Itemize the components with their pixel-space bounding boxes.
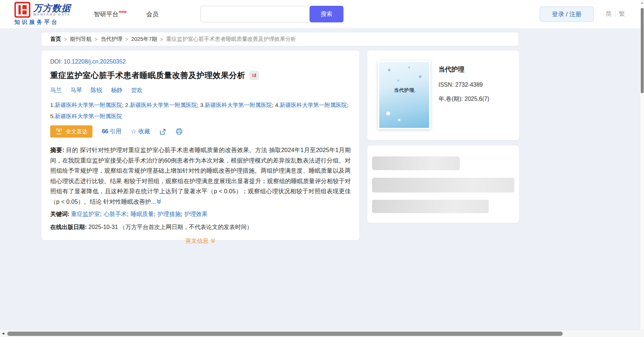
nav-item-zhiyan-platform[interactable]: 智研平台new <box>94 10 126 18</box>
search-button[interactable]: 搜索 <box>310 6 343 22</box>
issn-label: ISSN: <box>438 82 454 88</box>
brand-name-cn: 万方数据 <box>33 3 71 13</box>
article-title: 重症监护室心脏手术患者睡眠质量改善及护理效果分析 <box>50 70 245 81</box>
m-badge-icon[interactable]: M <box>250 71 259 80</box>
issn-value: 2732-4389 <box>455 82 483 88</box>
cite-quote-icon: 66 <box>102 128 108 135</box>
online-date-note: （万方平台首次上网日期，不代表论文的发表时间） <box>120 224 252 230</box>
abstract-label: 摘要: <box>50 147 64 153</box>
breadcrumb: 首页 > 期刊导航 > 当代护理 > 2025年7期 > 重症监护室心脏手术患者… <box>42 33 518 46</box>
affiliation-link[interactable]: 新疆医科大学第一附属医院 <box>280 102 347 108</box>
article-card: DOI: 10.12208/j.cn.20250352 重症监护室心脏手术患者睡… <box>42 51 359 240</box>
printer-icon <box>176 128 183 135</box>
author-link[interactable]: 马兰 <box>50 87 62 94</box>
abstract: 摘要: 目的 探讨针对性护理对重症监护室心脏手术患者睡眠质量的改善效果。方法 抽… <box>50 145 351 207</box>
journal-name[interactable]: 当代护理 <box>438 65 489 74</box>
brand-tagline: 知识服务平台 <box>14 19 71 26</box>
top-header: 万方数据 WANFANG DATA 知识服务平台 智研平台new 会员 搜索 登… <box>0 0 644 28</box>
fulltext-free-download-icon: free <box>55 128 63 135</box>
horizontal-scrollbar-thumb[interactable] <box>7 332 563 336</box>
author-link[interactable]: 陈锐 <box>91 87 102 94</box>
search-bar: 搜索 <box>200 6 343 22</box>
journal-issn-row: ISSN: 2732-4389 <box>438 82 489 88</box>
horizontal-scrollbar: ◀ <box>0 330 644 337</box>
keyword-link[interactable]: 睡眠质量 <box>131 211 154 217</box>
author-link[interactable]: 贺欢 <box>131 87 143 94</box>
journal-info-card: 当代护理 当代护理 ISSN: 2732-4389 年,卷(期): 2025,6… <box>367 51 519 140</box>
lang-traditional[interactable]: 繁 <box>615 10 628 18</box>
author-link[interactable]: 杨静 <box>111 87 122 94</box>
affiliation-link[interactable]: 新疆医科大学第一附属医院 <box>205 102 272 108</box>
login-register-button[interactable]: 登录 / 注册 <box>540 7 594 22</box>
author-link[interactable]: 马琴 <box>70 87 82 94</box>
breadcrumb-current-article: 重症监护室心脏手术患者睡眠质量改善及护理效果分析 <box>166 36 296 43</box>
expand-abstract-chevron-down-icon[interactable] <box>156 199 162 204</box>
nav-item-member[interactable]: 会员 <box>146 10 159 18</box>
loading-placeholder-card <box>367 146 519 223</box>
vertical-scrollbar: ▲ <box>640 0 644 330</box>
affiliation-index: ; 3. <box>197 102 205 108</box>
new-badge: new <box>119 9 126 14</box>
action-toolbar: free 全文直达 66 引用 ☆ 收藏 <box>50 125 351 138</box>
affiliation-link[interactable]: 新疆医科大学第一附属医院 <box>55 102 122 108</box>
skeleton-bar <box>372 200 489 213</box>
journal-cover-title: 当代护理 <box>379 87 429 94</box>
online-publish-date-row: 在线出版日期: 2025-10-31 （万方平台首次上网日期，不代表论文的发表时… <box>50 224 351 231</box>
affiliation-link[interactable]: 新疆医科大学第一附属医院 <box>130 102 197 108</box>
breadcrumb-home[interactable]: 首页 <box>50 36 61 43</box>
affiliation-index: 1. <box>50 102 55 108</box>
keyword-link[interactable]: 心脏手术 <box>104 211 127 217</box>
cite-button[interactable]: 66 引用 <box>102 128 121 135</box>
page: 万方数据 WANFANG DATA 知识服务平台 智研平台new 会员 搜索 登… <box>0 0 644 337</box>
online-date-value: 2025-10-31 <box>88 224 118 230</box>
online-date-label: 在线出版日期: <box>50 224 87 230</box>
share-button[interactable] <box>159 128 166 135</box>
affiliation-index: ; 4. <box>272 102 280 108</box>
keyword-link[interactable]: 护理效果 <box>185 211 208 217</box>
svg-text:free: free <box>57 133 61 135</box>
brand-name-en: WANFANG DATA <box>33 13 71 17</box>
doi-label: DOI: <box>50 59 62 65</box>
print-button[interactable] <box>176 128 183 135</box>
wanfang-logo-icon <box>14 2 30 18</box>
journal-volume-row: 年,卷(期): 2025,6(7) <box>438 95 489 103</box>
keyword-row: 关键词: 重症监护室;心脏手术;睡眠质量;护理措施;护理效果 <box>50 211 351 218</box>
journal-cover[interactable]: 当代护理 <box>378 61 431 129</box>
breadcrumb-separator: > <box>95 36 98 42</box>
keyword-link[interactable]: 护理措施 <box>157 211 181 217</box>
scroll-left-arrow-icon[interactable]: ◀ <box>2 332 4 335</box>
affiliation-link[interactable]: 新疆医科大学第一附属医院 <box>55 113 122 119</box>
journal-cover-image: 当代护理 <box>379 62 429 128</box>
breadcrumb-separator: > <box>125 36 129 42</box>
favorite-button[interactable]: ☆ 收藏 <box>131 128 150 135</box>
breadcrumb-journal[interactable]: 当代护理 <box>101 36 122 43</box>
breadcrumb-journal-nav[interactable]: 期刊导航 <box>70 36 92 43</box>
volume-value: 2025,6(7) <box>464 96 489 102</box>
author-list: 马兰 马琴 陈锐 杨静 贺欢 <box>50 87 351 94</box>
english-info-chevron-down-icon <box>210 238 216 243</box>
breadcrumb-issue[interactable]: 2025年7期 <box>131 36 157 43</box>
doi-link[interactable]: 10.12208/j.cn.20250352 <box>64 59 126 65</box>
breadcrumb-separator: > <box>64 36 67 42</box>
english-info-label: 英文信息 <box>185 238 208 244</box>
skeleton-bar <box>372 178 514 193</box>
keywords-label: 关键词: <box>50 211 69 217</box>
vertical-scrollbar-thumb[interactable] <box>641 8 644 93</box>
english-info-toggle: 英文信息 <box>50 237 351 245</box>
star-icon: ☆ <box>131 128 137 135</box>
affiliation-list: 1.新疆医科大学第一附属医院; 2.新疆医科大学第一附属医院; 3.新疆医科大学… <box>50 99 354 122</box>
scroll-up-arrow-icon[interactable]: ▲ <box>641 1 643 4</box>
wanfang-logo[interactable]: 万方数据 WANFANG DATA 知识服务平台 <box>14 2 71 26</box>
skeleton-bar <box>372 156 460 170</box>
lang-simplified[interactable]: 简 <box>602 10 615 18</box>
affiliation-index: ; 2. <box>122 102 130 108</box>
keyword-link[interactable]: 重症监护室 <box>71 211 100 217</box>
doi-row: DOI: 10.12208/j.cn.20250352 <box>50 59 351 65</box>
abstract-text: 目的 探讨针对性护理对重症监护室心脏手术患者睡眠质量的改善效果。方法 抽取202… <box>50 147 351 205</box>
language-switch: 简 繁 <box>602 10 628 18</box>
breadcrumb-separator: > <box>160 36 163 42</box>
fulltext-button[interactable]: free 全文直达 <box>50 125 92 138</box>
search-input[interactable] <box>200 6 310 22</box>
volume-label: 年,卷(期): <box>438 96 463 102</box>
share-icon <box>159 128 166 135</box>
